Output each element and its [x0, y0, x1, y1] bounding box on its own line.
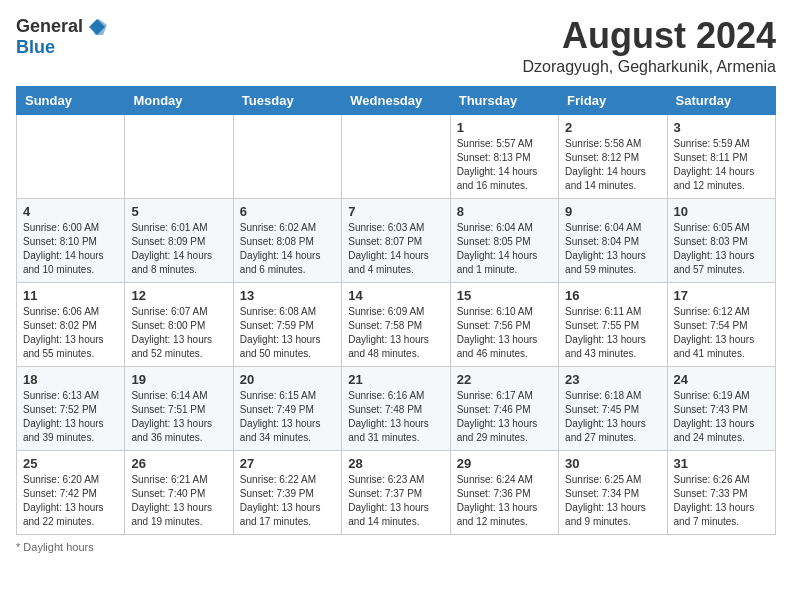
- day-number: 27: [240, 456, 335, 471]
- calendar-cell: 2Sunrise: 5:58 AM Sunset: 8:12 PM Daylig…: [559, 114, 667, 198]
- day-number: 14: [348, 288, 443, 303]
- day-info: Sunrise: 6:09 AM Sunset: 7:58 PM Dayligh…: [348, 305, 443, 361]
- day-number: 28: [348, 456, 443, 471]
- calendar-cell: 10Sunrise: 6:05 AM Sunset: 8:03 PM Dayli…: [667, 198, 775, 282]
- calendar-cell: 29Sunrise: 6:24 AM Sunset: 7:36 PM Dayli…: [450, 450, 558, 534]
- day-info: Sunrise: 6:19 AM Sunset: 7:43 PM Dayligh…: [674, 389, 769, 445]
- calendar-cell: 28Sunrise: 6:23 AM Sunset: 7:37 PM Dayli…: [342, 450, 450, 534]
- calendar-cell: [17, 114, 125, 198]
- day-info: Sunrise: 6:26 AM Sunset: 7:33 PM Dayligh…: [674, 473, 769, 529]
- day-number: 23: [565, 372, 660, 387]
- day-number: 29: [457, 456, 552, 471]
- day-of-week-header: Sunday: [17, 86, 125, 114]
- calendar-cell: 11Sunrise: 6:06 AM Sunset: 8:02 PM Dayli…: [17, 282, 125, 366]
- day-info: Sunrise: 6:05 AM Sunset: 8:03 PM Dayligh…: [674, 221, 769, 277]
- calendar-cell: 22Sunrise: 6:17 AM Sunset: 7:46 PM Dayli…: [450, 366, 558, 450]
- day-info: Sunrise: 6:13 AM Sunset: 7:52 PM Dayligh…: [23, 389, 118, 445]
- calendar-cell: 20Sunrise: 6:15 AM Sunset: 7:49 PM Dayli…: [233, 366, 341, 450]
- calendar-cell: 25Sunrise: 6:20 AM Sunset: 7:42 PM Dayli…: [17, 450, 125, 534]
- calendar-week-row: 11Sunrise: 6:06 AM Sunset: 8:02 PM Dayli…: [17, 282, 776, 366]
- day-number: 10: [674, 204, 769, 219]
- calendar-cell: [125, 114, 233, 198]
- calendar-cell: 5Sunrise: 6:01 AM Sunset: 8:09 PM Daylig…: [125, 198, 233, 282]
- day-info: Sunrise: 6:12 AM Sunset: 7:54 PM Dayligh…: [674, 305, 769, 361]
- day-info: Sunrise: 6:15 AM Sunset: 7:49 PM Dayligh…: [240, 389, 335, 445]
- day-number: 18: [23, 372, 118, 387]
- day-info: Sunrise: 6:18 AM Sunset: 7:45 PM Dayligh…: [565, 389, 660, 445]
- day-number: 31: [674, 456, 769, 471]
- day-number: 26: [131, 456, 226, 471]
- day-number: 9: [565, 204, 660, 219]
- day-of-week-header: Thursday: [450, 86, 558, 114]
- calendar-cell: 14Sunrise: 6:09 AM Sunset: 7:58 PM Dayli…: [342, 282, 450, 366]
- calendar-cell: 13Sunrise: 6:08 AM Sunset: 7:59 PM Dayli…: [233, 282, 341, 366]
- calendar-week-row: 4Sunrise: 6:00 AM Sunset: 8:10 PM Daylig…: [17, 198, 776, 282]
- footer-note: * Daylight hours: [16, 541, 776, 553]
- day-info: Sunrise: 6:22 AM Sunset: 7:39 PM Dayligh…: [240, 473, 335, 529]
- calendar-table: SundayMondayTuesdayWednesdayThursdayFrid…: [16, 86, 776, 535]
- day-number: 16: [565, 288, 660, 303]
- calendar-cell: 3Sunrise: 5:59 AM Sunset: 8:11 PM Daylig…: [667, 114, 775, 198]
- logo-blue-text: Blue: [16, 37, 55, 58]
- calendar-week-row: 18Sunrise: 6:13 AM Sunset: 7:52 PM Dayli…: [17, 366, 776, 450]
- day-info: Sunrise: 6:08 AM Sunset: 7:59 PM Dayligh…: [240, 305, 335, 361]
- logo-general-text: General: [16, 16, 83, 37]
- day-number: 22: [457, 372, 552, 387]
- day-number: 19: [131, 372, 226, 387]
- day-of-week-header: Wednesday: [342, 86, 450, 114]
- month-year: August 2024: [523, 16, 776, 56]
- day-info: Sunrise: 5:59 AM Sunset: 8:11 PM Dayligh…: [674, 137, 769, 193]
- day-info: Sunrise: 6:25 AM Sunset: 7:34 PM Dayligh…: [565, 473, 660, 529]
- calendar-cell: 7Sunrise: 6:03 AM Sunset: 8:07 PM Daylig…: [342, 198, 450, 282]
- day-info: Sunrise: 5:57 AM Sunset: 8:13 PM Dayligh…: [457, 137, 552, 193]
- day-info: Sunrise: 6:17 AM Sunset: 7:46 PM Dayligh…: [457, 389, 552, 445]
- calendar-cell: 12Sunrise: 6:07 AM Sunset: 8:00 PM Dayli…: [125, 282, 233, 366]
- svg-marker-1: [91, 19, 107, 35]
- page-header: General Blue August 2024 Dzoragyugh, Geg…: [16, 16, 776, 76]
- day-of-week-header: Friday: [559, 86, 667, 114]
- calendar-cell: 24Sunrise: 6:19 AM Sunset: 7:43 PM Dayli…: [667, 366, 775, 450]
- calendar-cell: [233, 114, 341, 198]
- calendar-cell: 9Sunrise: 6:04 AM Sunset: 8:04 PM Daylig…: [559, 198, 667, 282]
- daylight-note-label: Daylight hours: [23, 541, 93, 553]
- day-info: Sunrise: 6:03 AM Sunset: 8:07 PM Dayligh…: [348, 221, 443, 277]
- calendar-cell: 23Sunrise: 6:18 AM Sunset: 7:45 PM Dayli…: [559, 366, 667, 450]
- day-of-week-header: Saturday: [667, 86, 775, 114]
- day-info: Sunrise: 6:21 AM Sunset: 7:40 PM Dayligh…: [131, 473, 226, 529]
- day-info: Sunrise: 6:16 AM Sunset: 7:48 PM Dayligh…: [348, 389, 443, 445]
- location: Dzoragyugh, Gegharkunik, Armenia: [523, 58, 776, 76]
- day-info: Sunrise: 6:24 AM Sunset: 7:36 PM Dayligh…: [457, 473, 552, 529]
- day-info: Sunrise: 6:14 AM Sunset: 7:51 PM Dayligh…: [131, 389, 226, 445]
- title-section: August 2024 Dzoragyugh, Gegharkunik, Arm…: [523, 16, 776, 76]
- day-info: Sunrise: 6:20 AM Sunset: 7:42 PM Dayligh…: [23, 473, 118, 529]
- day-info: Sunrise: 6:04 AM Sunset: 8:04 PM Dayligh…: [565, 221, 660, 277]
- day-info: Sunrise: 6:07 AM Sunset: 8:00 PM Dayligh…: [131, 305, 226, 361]
- calendar-cell: 21Sunrise: 6:16 AM Sunset: 7:48 PM Dayli…: [342, 366, 450, 450]
- day-of-week-header: Tuesday: [233, 86, 341, 114]
- day-info: Sunrise: 6:11 AM Sunset: 7:55 PM Dayligh…: [565, 305, 660, 361]
- calendar-cell: 6Sunrise: 6:02 AM Sunset: 8:08 PM Daylig…: [233, 198, 341, 282]
- logo-icon: [87, 17, 107, 37]
- day-number: 30: [565, 456, 660, 471]
- day-info: Sunrise: 6:04 AM Sunset: 8:05 PM Dayligh…: [457, 221, 552, 277]
- calendar-cell: [342, 114, 450, 198]
- day-number: 12: [131, 288, 226, 303]
- day-number: 17: [674, 288, 769, 303]
- day-number: 1: [457, 120, 552, 135]
- day-number: 20: [240, 372, 335, 387]
- calendar-week-row: 1Sunrise: 5:57 AM Sunset: 8:13 PM Daylig…: [17, 114, 776, 198]
- calendar-cell: 4Sunrise: 6:00 AM Sunset: 8:10 PM Daylig…: [17, 198, 125, 282]
- day-number: 24: [674, 372, 769, 387]
- day-number: 7: [348, 204, 443, 219]
- day-number: 3: [674, 120, 769, 135]
- day-number: 13: [240, 288, 335, 303]
- day-info: Sunrise: 6:06 AM Sunset: 8:02 PM Dayligh…: [23, 305, 118, 361]
- day-number: 6: [240, 204, 335, 219]
- calendar-header-row: SundayMondayTuesdayWednesdayThursdayFrid…: [17, 86, 776, 114]
- calendar-cell: 19Sunrise: 6:14 AM Sunset: 7:51 PM Dayli…: [125, 366, 233, 450]
- day-number: 25: [23, 456, 118, 471]
- calendar-cell: 26Sunrise: 6:21 AM Sunset: 7:40 PM Dayli…: [125, 450, 233, 534]
- day-number: 21: [348, 372, 443, 387]
- calendar-cell: 27Sunrise: 6:22 AM Sunset: 7:39 PM Dayli…: [233, 450, 341, 534]
- day-number: 4: [23, 204, 118, 219]
